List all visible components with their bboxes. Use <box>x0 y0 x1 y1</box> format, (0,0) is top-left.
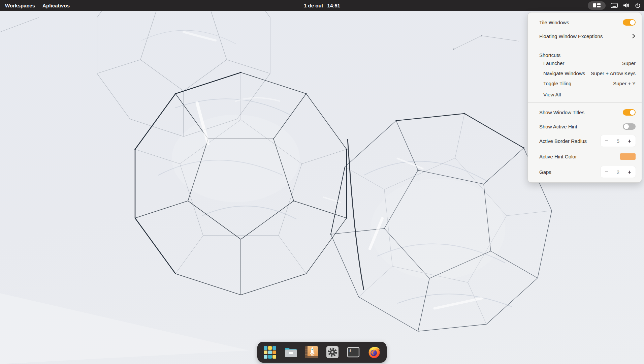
show-window-titles-label: Show Window Titles <box>539 110 584 115</box>
shortcut-value: Super + Arrow Keys <box>591 70 636 76</box>
decrease-button[interactable]: − <box>605 138 608 144</box>
shortcuts-header-row: Shortcuts <box>528 47 642 58</box>
increase-button[interactable]: + <box>628 138 631 144</box>
tiling-icon <box>593 3 601 8</box>
keyboard-icon <box>611 3 618 8</box>
volume-icon <box>623 3 630 8</box>
tiling-applet-menu: Tile Windows Floating Window Exceptions … <box>527 12 642 183</box>
toggle-knob <box>624 124 629 129</box>
applications-menu[interactable]: Aplicativos <box>39 3 73 8</box>
shortcut-value: Super + Y <box>613 81 636 86</box>
tile-windows-row: Tile Windows <box>528 15 642 29</box>
shortcut-toggle-tiling-row: Toggle Tiling Super + Y <box>528 78 642 88</box>
top-bar-menus: Workspaces Aplicativos <box>0 3 73 8</box>
view-all-label: View All <box>543 92 561 97</box>
show-active-hint-label: Show Active Hint <box>539 124 577 129</box>
gaps-row: Gaps − 2 + <box>528 164 642 180</box>
power-icon <box>635 3 641 8</box>
dock: $_ <box>257 342 387 363</box>
active-border-radius-row: Active Border Radius − 5 + <box>528 133 642 149</box>
active-hint-color-label: Active Hint Color <box>539 154 577 159</box>
floating-window-exceptions-row[interactable]: Floating Window Exceptions <box>528 29 642 43</box>
gaps-stepper: − 2 + <box>601 166 636 178</box>
tile-windows-toggle[interactable] <box>623 19 636 26</box>
dock-item-terminal[interactable]: $_ <box>346 345 361 360</box>
shortcuts-header: Shortcuts <box>539 52 560 58</box>
tile-windows-label: Tile Windows <box>539 20 569 25</box>
active-border-radius-stepper: − 5 + <box>601 135 636 147</box>
floating-window-exceptions-label: Floating Window Exceptions <box>539 33 603 39</box>
shortcut-label: Navigate Windows <box>543 70 585 76</box>
settings-icon <box>325 345 340 360</box>
show-active-hint-toggle[interactable] <box>623 123 636 130</box>
app-library-icon <box>262 345 277 360</box>
active-hint-color-row: Active Hint Color <box>528 149 642 164</box>
workspaces-menu[interactable]: Workspaces <box>1 3 39 8</box>
system-tray <box>588 1 644 10</box>
show-window-titles-row: Show Window Titles <box>528 105 642 120</box>
clock-time: 14:51 <box>327 3 340 8</box>
show-window-titles-toggle[interactable] <box>623 109 636 116</box>
view-all-item[interactable]: View All <box>528 88 642 100</box>
pop-shop-icon <box>304 345 319 360</box>
tiling-applet-button[interactable] <box>588 1 606 10</box>
active-border-radius-label: Active Border Radius <box>539 138 587 144</box>
decrease-button[interactable]: − <box>605 169 608 175</box>
files-icon <box>283 345 298 360</box>
shortcut-label: Toggle Tiling <box>543 81 571 86</box>
shortcut-launcher-row: Launcher Super <box>528 58 642 68</box>
divider <box>528 102 642 103</box>
terminal-icon: $_ <box>346 345 361 360</box>
top-bar: Workspaces Aplicativos 1 de out 14:51 <box>0 0 644 11</box>
toggle-knob <box>630 20 635 25</box>
dock-item-settings[interactable] <box>325 345 340 360</box>
terminal-prompt: $_ <box>349 349 353 352</box>
shortcut-label: Launcher <box>543 60 565 66</box>
dock-item-firefox[interactable] <box>367 345 382 360</box>
keyboard-button[interactable] <box>611 3 618 8</box>
gaps-value: 2 <box>617 169 619 175</box>
active-hint-color-swatch[interactable] <box>620 153 636 160</box>
clock[interactable]: 1 de out 14:51 <box>304 0 340 11</box>
shortcut-navigate-windows-row: Navigate Windows Super + Arrow Keys <box>528 68 642 78</box>
clock-date: 1 de out <box>304 3 323 8</box>
toggle-knob <box>630 110 635 115</box>
dock-item-files[interactable] <box>283 345 298 360</box>
volume-button[interactable] <box>623 3 630 8</box>
chevron-right-icon <box>632 33 636 39</box>
show-active-hint-row: Show Active Hint <box>528 120 642 133</box>
gaps-label: Gaps <box>539 169 551 175</box>
dock-item-pop-shop[interactable] <box>304 345 319 360</box>
increase-button[interactable]: + <box>628 169 631 175</box>
firefox-icon <box>367 345 382 360</box>
divider <box>528 45 642 45</box>
shortcut-value: Super <box>622 60 636 66</box>
power-button[interactable] <box>635 3 641 8</box>
active-border-radius-value: 5 <box>617 138 619 144</box>
dock-item-app-library[interactable] <box>262 345 277 360</box>
